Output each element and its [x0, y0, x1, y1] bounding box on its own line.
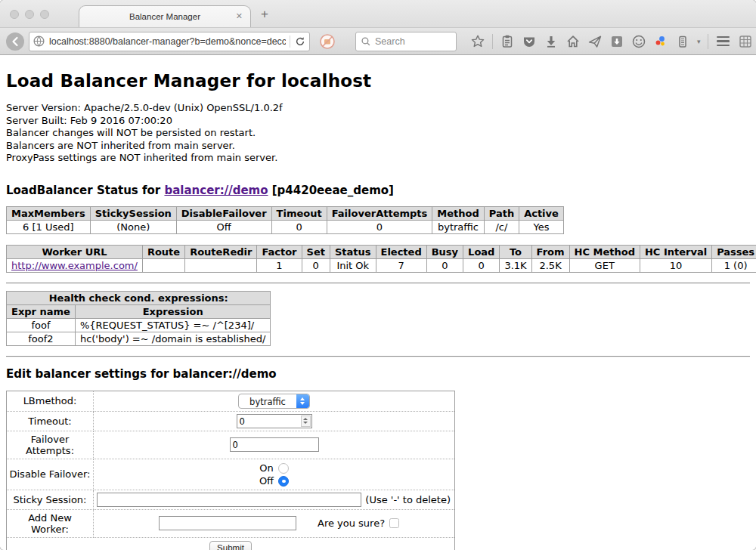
dropdown-caret-icon[interactable]: ▾: [697, 38, 701, 45]
failover-attempts-label: Failover Attempts:: [7, 431, 94, 459]
tab-balancer-manager[interactable]: Balancer Manager ✕: [79, 5, 251, 27]
browser-window: Balancer Manager ✕ + localhost:8880/bala…: [0, 0, 756, 550]
tab-bar: Balancer Manager ✕ +: [0, 0, 756, 27]
spinner-icon[interactable]: [301, 416, 311, 427]
divider: [6, 356, 750, 357]
search-bar[interactable]: Search: [355, 32, 457, 51]
reload-icon[interactable]: [294, 36, 306, 48]
back-icon: [10, 36, 20, 47]
lbmethod-label: LBmethod:: [7, 391, 94, 411]
column-header: Path: [484, 206, 519, 220]
grid-icon[interactable]: [738, 34, 753, 49]
table-cell: 3.1K: [500, 258, 531, 272]
battery-icon[interactable]: [675, 34, 690, 49]
disable-failover-label: Disable Failover:: [7, 459, 94, 490]
edit-balancer-heading: Edit balancer settings for balancer://de…: [6, 367, 750, 381]
table-cell: 1: [257, 258, 302, 272]
table-cell: [142, 258, 184, 272]
table-cell: foof2: [7, 332, 76, 345]
table-cell: 1 (0): [712, 258, 756, 272]
column-header: Busy: [426, 245, 463, 258]
column-header: HC Method: [569, 245, 640, 258]
add-worker-input[interactable]: [159, 516, 296, 530]
column-header: Factor: [257, 245, 302, 258]
column-header: Elected: [376, 245, 426, 258]
server-info: Server Version: Apache/2.5.0-dev (Unix) …: [6, 102, 750, 165]
worker-url-link[interactable]: http://www.example.com/: [11, 260, 138, 271]
divider: [6, 283, 750, 284]
column-header: Expr name: [7, 304, 76, 318]
column-header: Expression: [75, 304, 271, 318]
url-text[interactable]: localhost:8880/balancer-manager?b=demo&n…: [49, 36, 286, 47]
column-header: Passes: [712, 245, 756, 258]
column-header: HC Interval: [640, 245, 711, 258]
failover-attempts-input[interactable]: 0: [230, 437, 319, 452]
disable-failover-on-radio[interactable]: [278, 463, 289, 474]
window-controls[interactable]: [10, 10, 49, 19]
column-header: Set: [302, 245, 330, 258]
timeout-input[interactable]: 0: [237, 414, 312, 428]
home-icon[interactable]: [565, 34, 581, 49]
table-cell: 10: [640, 258, 711, 272]
server-version: Server Version: Apache/2.5.0-dev (Unix) …: [6, 102, 750, 115]
loadbalancer-status-heading: LoadBalancer Status for balancer://demo …: [6, 184, 750, 197]
minimize-window-button[interactable]: [25, 10, 34, 19]
table-cell: bytraffic: [432, 220, 484, 233]
column-header: MaxMembers: [7, 206, 91, 220]
search-icon: [361, 36, 371, 47]
table-cell: %{REQUEST_STATUS} =~ /^[234]/: [75, 318, 271, 332]
url-bar[interactable]: localhost:8880/balancer-manager?b=demo&n…: [29, 32, 310, 51]
table-row: foof2hc('body') =~ /domain is establishe…: [7, 332, 271, 345]
clipboard-icon[interactable]: [500, 34, 515, 49]
select-arrows-icon: [296, 394, 309, 408]
table-cell: foof: [7, 318, 76, 332]
column-header: Timeout: [271, 206, 327, 220]
toolbar-buttons: ▾: [470, 34, 753, 49]
color-dots-icon[interactable]: [653, 34, 668, 49]
table-row: http://www.example.com/10Init Ok7003.1K2…: [7, 258, 756, 272]
column-header: Worker URL: [7, 245, 143, 258]
column-header: RouteRedir: [185, 245, 257, 258]
column-header: To: [500, 245, 531, 258]
tab-title: Balancer Manager: [129, 12, 200, 21]
column-header: From: [531, 245, 569, 258]
are-you-sure-checkbox[interactable]: [389, 518, 399, 528]
back-button[interactable]: [6, 32, 24, 51]
smiley-icon[interactable]: [631, 34, 646, 49]
column-header: Status: [330, 245, 376, 258]
column-header: DisableFailover: [176, 206, 271, 220]
pocket-icon[interactable]: [522, 34, 537, 49]
navigation-toolbar: localhost:8880/balancer-manager?b=demo&n…: [0, 27, 756, 55]
star-icon[interactable]: [470, 34, 485, 49]
close-window-button[interactable]: [10, 10, 19, 19]
radio-on-label: On: [259, 462, 273, 474]
edit-balancer-form: LBmethod: bytraffic Timeout: 0: [6, 391, 455, 550]
send-icon[interactable]: [587, 34, 603, 49]
table-cell: 7: [376, 258, 426, 272]
block-icon[interactable]: [319, 33, 336, 50]
search-placeholder: Search: [375, 36, 405, 47]
table-cell: hc('body') =~ /domain is established/: [75, 332, 271, 345]
inherit-note: Balancers are NOT inherited from main se…: [6, 140, 750, 153]
lbmethod-selected-value: bytraffic: [239, 394, 296, 408]
are-you-sure-label: Are you sure?: [318, 518, 385, 529]
sticky-session-input[interactable]: [97, 493, 361, 507]
save-box-icon[interactable]: [609, 34, 624, 49]
worker-status-table: Worker URLRouteRouteRedirFactorSetStatus…: [6, 245, 756, 273]
menu-icon[interactable]: [715, 35, 731, 48]
tab-close-icon[interactable]: ✕: [236, 11, 243, 21]
download-icon[interactable]: [544, 34, 559, 49]
balancer-demo-link[interactable]: balancer://demo: [164, 184, 268, 197]
failover-attempts-value: 0: [231, 438, 318, 451]
zoom-window-button[interactable]: [40, 10, 49, 19]
table-cell: Off: [176, 220, 271, 233]
disable-failover-off-radio[interactable]: [278, 476, 289, 487]
column-header: Method: [432, 206, 484, 220]
submit-button[interactable]: Submit: [209, 541, 252, 550]
health-check-table: Health check cond. expressions:Expr name…: [6, 291, 271, 346]
page-title: Load Balancer Manager for localhost: [6, 55, 750, 91]
globe-icon: [33, 35, 45, 48]
column-header: Load: [463, 245, 500, 258]
new-tab-button[interactable]: +: [261, 7, 268, 22]
lbmethod-select[interactable]: bytraffic: [238, 394, 310, 409]
